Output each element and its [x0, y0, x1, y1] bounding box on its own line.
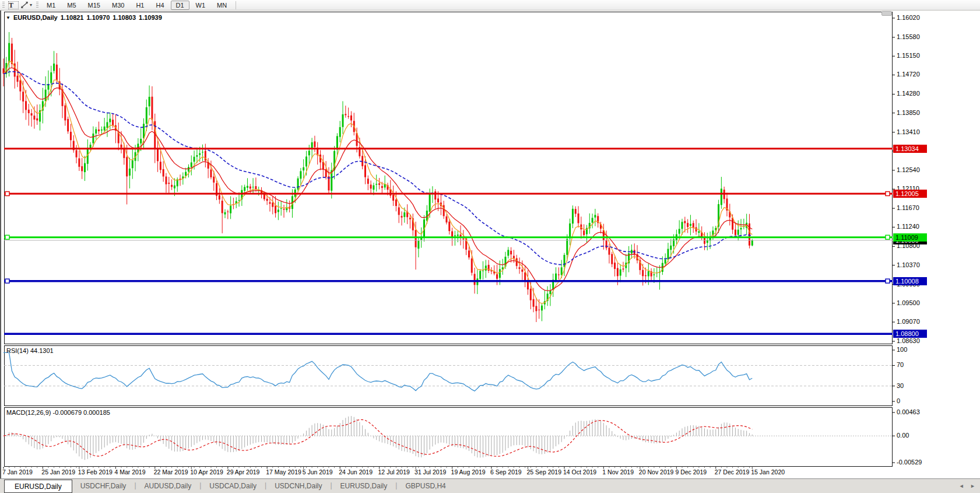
tab-scroll-controls: ◄ ►	[954, 483, 975, 489]
timeframe-button-h1[interactable]: H1	[131, 1, 149, 10]
date-label: 17 May 2019	[266, 468, 301, 475]
date-label: 27 Dec 2019	[715, 468, 750, 475]
price-tick-label: 1.15150	[897, 52, 920, 59]
window-left-border	[0, 11, 1, 478]
chart-title: ▼EURUSD,Daily1.108211.109701.108031.1093…	[6, 14, 162, 21]
chart-canvas	[0, 0, 980, 493]
level-badge-1.11009: 1.11009	[893, 233, 927, 242]
tab-audusd-daily[interactable]: AUDUSD,Daily	[136, 479, 200, 493]
date-label: 13 Feb 2019	[78, 468, 113, 475]
date-label: 6 Sep 2019	[490, 468, 522, 475]
macd-tick-label: 0.00463	[897, 408, 920, 415]
timeframe-button-h4[interactable]: H4	[150, 1, 169, 10]
line-handle	[886, 235, 890, 239]
date-label: 15 Jan 2020	[751, 468, 785, 475]
rsi-tick-label: 70	[897, 361, 904, 368]
timeframe-button-w1[interactable]: W1	[191, 1, 211, 10]
tab-eurusd-daily[interactable]: EURUSD,Daily	[332, 479, 396, 493]
date-label: 1 Nov 2019	[602, 468, 634, 475]
price-tick-label: 1.11670	[897, 204, 919, 211]
price-tick-label: 1.13850	[897, 109, 920, 116]
macd-tick-label: -0.00529	[897, 459, 922, 466]
chart-toolbar: T ▾ M1M5M15M30H1H4D1W1MN	[0, 0, 980, 11]
date-label: 31 Jul 2019	[415, 468, 446, 475]
timeframe-button-m30[interactable]: M30	[107, 1, 129, 10]
date-label: 10 Apr 2019	[190, 468, 223, 475]
chart-symbol-label: EURUSD,Daily	[13, 14, 58, 21]
date-label: 9 Dec 2019	[675, 468, 707, 475]
toolbar-grip[interactable]	[36, 2, 38, 9]
line-handle	[5, 191, 9, 195]
price-tick-label: 1.09500	[897, 299, 920, 306]
price-tick-label: 1.14720	[897, 71, 920, 78]
macd-label: MACD(12,26,9) -0.000679 0.000185	[6, 409, 110, 416]
arrows-tool-button[interactable]: ▾	[19, 1, 34, 10]
level-badge-1.13034: 1.13034	[893, 145, 927, 153]
line-handle	[5, 235, 9, 239]
price-tick-label: 1.13410	[897, 128, 920, 135]
chart-menu-arrow-icon[interactable]: ▼	[6, 15, 10, 20]
date-label: 24 Jun 2019	[339, 468, 373, 475]
timeframe-button-d1[interactable]: D1	[171, 1, 189, 10]
macd-pane	[5, 408, 893, 467]
timeframe-button-m5[interactable]: M5	[62, 1, 81, 10]
toolbar-grip[interactable]	[2, 2, 5, 9]
ohlc-high: 1.10970	[86, 14, 110, 21]
price-tick-label: 1.09070	[897, 318, 920, 325]
date-label: 12 Jul 2019	[378, 468, 410, 475]
timeframe-button-mn[interactable]: MN	[212, 1, 232, 10]
macd-tick-label: 0.00	[897, 432, 909, 439]
main-price-pane	[5, 12, 893, 344]
level-badge-1.10008: 1.10008	[893, 277, 927, 285]
tab-gbpusd-h4[interactable]: GBPUSD,H4	[397, 479, 454, 493]
date-label: 20 Nov 2019	[639, 468, 674, 475]
text-label-tool-button[interactable]: T	[8, 1, 19, 9]
rsi-tick-label: 30	[897, 382, 904, 389]
date-label: 4 Mar 2019	[114, 468, 145, 475]
ohlc-close: 1.10939	[139, 14, 162, 21]
timeframe-button-group: M1M5M15M30H1H4D1W1MN	[41, 1, 233, 10]
rsi-tick-label: 100	[897, 346, 907, 353]
mt4-chart-window: T ▾ M1M5M15M30H1H4D1W1MN ▼EURUSD,Daily1.…	[0, 0, 980, 493]
date-label: 19 Aug 2019	[451, 468, 486, 475]
date-label: 14 Oct 2019	[563, 468, 596, 475]
date-label: 7 Jan 2019	[2, 468, 33, 475]
price-tick-label: 1.12540	[897, 166, 920, 173]
toolbar-separator	[236, 1, 236, 9]
ohlc-open: 1.10821	[61, 14, 84, 21]
level-badge-1.08800: 1.08800	[893, 330, 927, 338]
date-label: 5 Jun 2019	[303, 468, 333, 475]
date-label: 25 Jan 2019	[41, 468, 75, 475]
timeframe-button-m1[interactable]: M1	[41, 1, 61, 10]
ohlc-low: 1.10803	[113, 14, 136, 21]
timeframe-button-m15[interactable]: M15	[83, 1, 106, 10]
tab-usdcad-daily[interactable]: USDCAD,Daily	[201, 479, 265, 493]
rsi-tick-label: 0	[897, 397, 900, 404]
price-tick-label: 1.08630	[897, 337, 920, 344]
line-handle	[886, 279, 890, 283]
date-label: 22 Mar 2019	[154, 468, 188, 475]
price-tick-label: 1.10370	[897, 261, 920, 268]
tab-usdcnh-daily[interactable]: USDCNH,Daily	[266, 479, 330, 493]
symbol-tabs: EURUSD,DailyUSDCHF,Daily|AUDUSD,Daily|US…	[0, 479, 454, 493]
tab-scroll-right-icon[interactable]: ►	[970, 483, 975, 489]
rsi-pane	[5, 346, 893, 406]
tab-eurusd-daily[interactable]: EURUSD,Daily	[4, 480, 72, 493]
line-handle	[5, 279, 9, 283]
tab-bar: EURUSD,DailyUSDCHF,Daily|AUDUSD,Daily|US…	[0, 478, 980, 493]
tab-usdchf-daily[interactable]: USDCHF,Daily	[72, 479, 135, 493]
chevron-down-icon: ▾	[30, 2, 32, 8]
rsi-label: RSI(14) 44.1301	[6, 347, 54, 354]
scrollbar-chip[interactable]	[881, 11, 892, 16]
date-label: 25 Sep 2019	[526, 468, 561, 475]
price-tick-label: 1.16020	[897, 14, 920, 21]
price-tick-label: 1.15580	[897, 33, 920, 40]
date-label: 29 Apr 2019	[227, 468, 260, 475]
level-badge-1.12005: 1.12005	[893, 190, 927, 198]
price-tick-label: 1.11240	[897, 223, 919, 230]
tab-scroll-left-icon[interactable]: ◄	[959, 483, 964, 489]
arrows-tool-icon	[20, 1, 29, 9]
price-tick-label: 1.14280	[897, 90, 920, 97]
line-handle	[886, 191, 890, 195]
